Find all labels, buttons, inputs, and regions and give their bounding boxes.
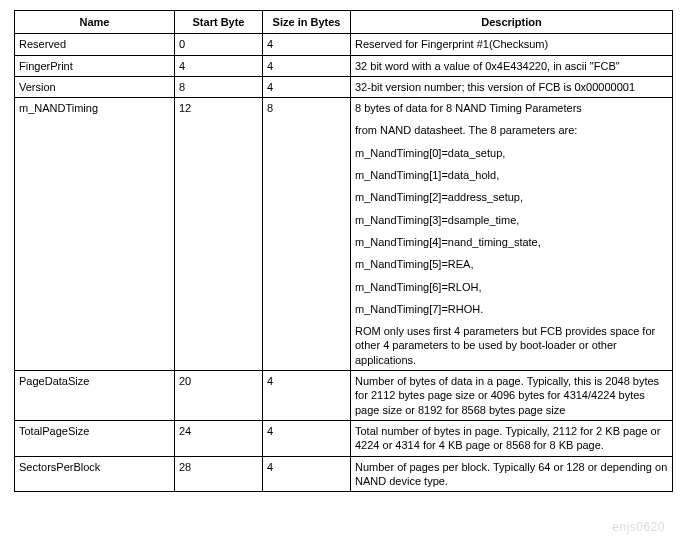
- cell-start-byte: 24: [175, 420, 263, 456]
- description-line: m_NandTiming[2]=address_setup,: [355, 190, 668, 204]
- col-header-name: Name: [15, 11, 175, 34]
- table-row: m_NANDTiming1288 bytes of data for 8 NAN…: [15, 98, 673, 371]
- cell-start-byte: 4: [175, 55, 263, 76]
- cell-name: SectorsPerBlock: [15, 456, 175, 492]
- cell-description: Number of bytes of data in a page. Typic…: [351, 371, 673, 421]
- col-header-size: Size in Bytes: [263, 11, 351, 34]
- description-line: m_NandTiming[6]=RLOH,: [355, 280, 668, 294]
- cell-size-bytes: 4: [263, 456, 351, 492]
- description-line: m_NandTiming[0]=data_setup,: [355, 146, 668, 160]
- cell-size-bytes: 4: [263, 34, 351, 55]
- table-row: SectorsPerBlock284Number of pages per bl…: [15, 456, 673, 492]
- col-header-desc: Description: [351, 11, 673, 34]
- fcb-structure-table: Name Start Byte Size in Bytes Descriptio…: [14, 10, 673, 492]
- cell-start-byte: 0: [175, 34, 263, 55]
- cell-size-bytes: 4: [263, 76, 351, 97]
- table-row: FingerPrint4432 bit word with a value of…: [15, 55, 673, 76]
- table-row: Reserved04Reserved for Fingerprint #1(Ch…: [15, 34, 673, 55]
- description-line: 8 bytes of data for 8 NAND Timing Parame…: [355, 101, 668, 115]
- cell-name: TotalPageSize: [15, 420, 175, 456]
- description-line: ROM only uses first 4 parameters but FCB…: [355, 324, 668, 367]
- description-line: from NAND datasheet. The 8 parameters ar…: [355, 123, 668, 137]
- description-line: Total number of bytes in page. Typically…: [355, 424, 668, 453]
- cell-start-byte: 28: [175, 456, 263, 492]
- cell-description: 32 bit word with a value of 0x4E434220, …: [351, 55, 673, 76]
- cell-description: Reserved for Fingerprint #1(Checksum): [351, 34, 673, 55]
- description-line: m_NandTiming[5]=REA,: [355, 257, 668, 271]
- cell-size-bytes: 4: [263, 371, 351, 421]
- watermark-text: enjs0620: [612, 520, 665, 534]
- description-line: 32 bit word with a value of 0x4E434220, …: [355, 59, 668, 73]
- cell-description: 32-bit version number; this version of F…: [351, 76, 673, 97]
- description-line: m_NandTiming[4]=nand_timing_state,: [355, 235, 668, 249]
- cell-size-bytes: 4: [263, 420, 351, 456]
- cell-name: Version: [15, 76, 175, 97]
- page: Name Start Byte Size in Bytes Descriptio…: [0, 0, 687, 544]
- description-line: m_NandTiming[3]=dsample_time,: [355, 213, 668, 227]
- cell-start-byte: 20: [175, 371, 263, 421]
- cell-description: Number of pages per block. Typically 64 …: [351, 456, 673, 492]
- description-line: m_NandTiming[7]=RHOH.: [355, 302, 668, 316]
- cell-size-bytes: 8: [263, 98, 351, 371]
- table-header-row: Name Start Byte Size in Bytes Descriptio…: [15, 11, 673, 34]
- description-line: Number of bytes of data in a page. Typic…: [355, 374, 668, 417]
- table-body: Reserved04Reserved for Fingerprint #1(Ch…: [15, 34, 673, 492]
- description-line: 32-bit version number; this version of F…: [355, 80, 668, 94]
- cell-start-byte: 8: [175, 76, 263, 97]
- cell-description: 8 bytes of data for 8 NAND Timing Parame…: [351, 98, 673, 371]
- table-header: Name Start Byte Size in Bytes Descriptio…: [15, 11, 673, 34]
- table-row: PageDataSize204Number of bytes of data i…: [15, 371, 673, 421]
- cell-name: m_NANDTiming: [15, 98, 175, 371]
- cell-name: PageDataSize: [15, 371, 175, 421]
- description-line: Reserved for Fingerprint #1(Checksum): [355, 37, 668, 51]
- table-row: TotalPageSize244Total number of bytes in…: [15, 420, 673, 456]
- cell-description: Total number of bytes in page. Typically…: [351, 420, 673, 456]
- cell-start-byte: 12: [175, 98, 263, 371]
- cell-name: FingerPrint: [15, 55, 175, 76]
- cell-size-bytes: 4: [263, 55, 351, 76]
- col-header-start: Start Byte: [175, 11, 263, 34]
- cell-name: Reserved: [15, 34, 175, 55]
- table-row: Version8432-bit version number; this ver…: [15, 76, 673, 97]
- description-line: Number of pages per block. Typically 64 …: [355, 460, 668, 489]
- description-line: m_NandTiming[1]=data_hold,: [355, 168, 668, 182]
